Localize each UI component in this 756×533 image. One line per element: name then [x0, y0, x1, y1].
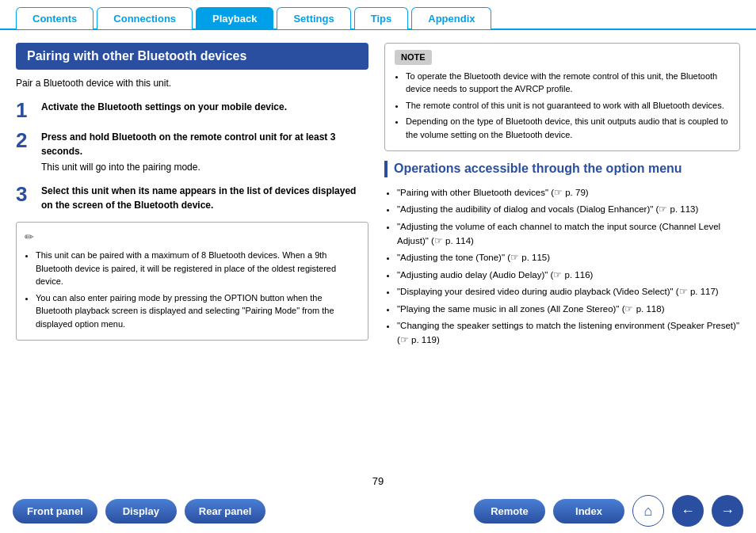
tab-contents[interactable]: Contents [16, 7, 94, 29]
bottom-bar: Front panel Display Rear panel Remote In… [0, 489, 756, 533]
ops-item-5: "Adjusting audio delay (Audio Delay)" (☞… [397, 268, 740, 282]
pencil-note-1: This unit can be paired with a maximum o… [36, 249, 360, 288]
left-column: Pairing with other Bluetooth devices Pai… [16, 43, 368, 350]
step-bold-2: Press and hold Bluetooth on the remote c… [41, 131, 335, 157]
note-list: To operate the Bluetooth device with the… [395, 70, 730, 142]
note-item-1: To operate the Bluetooth device with the… [406, 70, 730, 96]
ops-item-4: "Adjusting the tone (Tone)" (☞ p. 115) [397, 250, 740, 265]
ops-list: "Pairing with other Bluetooth devices" (… [384, 185, 740, 348]
ops-item-3: "Adjusting the volume of each channel to… [397, 219, 740, 249]
step-2: 2 Press and hold Bluetooth on the remote… [16, 130, 368, 174]
rear-panel-button[interactable]: Rear panel [185, 499, 265, 523]
page-number: 79 [372, 475, 384, 487]
top-nav: ContentsConnectionsPlaybackSettingsTipsA… [0, 0, 756, 30]
pencil-icon: ✏ [25, 229, 360, 246]
step-number-1: 1 [16, 100, 33, 120]
step-text-1: Activate the Bluetooth settings on your … [41, 100, 287, 114]
remote-button[interactable]: Remote [474, 499, 545, 523]
note-item-2: The remote control of this unit is not g… [406, 99, 730, 112]
pencil-notes-box: ✏ This unit can be paired with a maximum… [16, 222, 368, 341]
ops-item-8: "Changing the speaker settings to match … [397, 318, 740, 348]
display-button[interactable]: Display [105, 499, 177, 523]
step-bold-1: Activate the Bluetooth settings on your … [41, 101, 287, 112]
pencil-notes-list: This unit can be paired with a maximum o… [25, 249, 360, 330]
page-title: Pairing with other Bluetooth devices [16, 43, 368, 70]
pencil-note-2: You can also enter pairing mode by press… [36, 291, 360, 331]
tab-tips[interactable]: Tips [354, 7, 409, 29]
ops-item-1: "Pairing with other Bluetooth devices" (… [397, 185, 740, 200]
tab-settings[interactable]: Settings [277, 7, 350, 29]
tab-appendix[interactable]: Appendix [411, 7, 491, 29]
index-button[interactable]: Index [553, 499, 624, 523]
tab-connections[interactable]: Connections [97, 7, 193, 29]
subtitle: Pair a Bluetooth device with this unit. [16, 78, 368, 89]
forward-button[interactable]: → [712, 495, 743, 527]
step-text-3: Select this unit when its name appears i… [41, 184, 368, 212]
ops-item-2: "Adjusting the audibility of dialog and … [397, 202, 740, 216]
front-panel-button[interactable]: Front panel [13, 499, 97, 523]
step-1: 1 Activate the Bluetooth settings on you… [16, 100, 368, 120]
step-sub-2: This unit will go into the pairing mode. [41, 160, 368, 174]
step-3: 3 Select this unit when its name appears… [16, 184, 368, 212]
back-button[interactable]: ← [672, 495, 704, 527]
main-content: Pairing with other Bluetooth devices Pai… [0, 30, 756, 413]
home-button[interactable]: ⌂ [632, 495, 664, 527]
tab-playback[interactable]: Playback [196, 7, 273, 29]
note-label: NOTE [395, 50, 432, 65]
step-number-2: 2 [16, 130, 33, 150]
step-text-2: Press and hold Bluetooth on the remote c… [41, 130, 368, 174]
note-box: NOTE To operate the Bluetooth device wit… [384, 43, 740, 151]
note-item-3: Depending on the type of Bluetooth devic… [406, 115, 730, 141]
step-number-3: 3 [16, 184, 33, 204]
ops-section-title: Operations accessible through the option… [384, 161, 740, 177]
right-column: NOTE To operate the Bluetooth device wit… [384, 43, 740, 350]
ops-item-6: "Displaying your desired video during au… [397, 284, 740, 299]
ops-item-7: "Playing the same music in all zones (Al… [397, 302, 740, 316]
step-bold-3: Select this unit when its name appears i… [41, 185, 356, 211]
